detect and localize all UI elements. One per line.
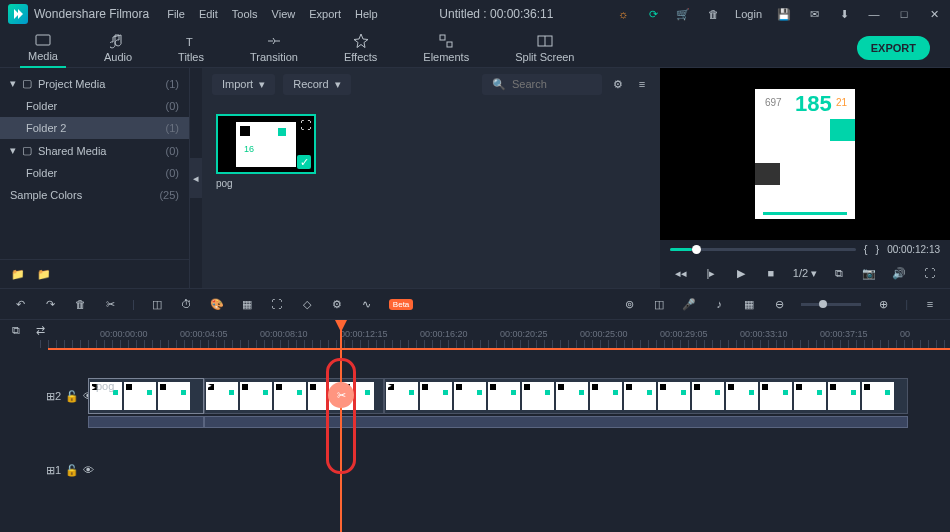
tree-shared-media[interactable]: ▾▢Shared Media(0) <box>0 139 189 162</box>
audio-wave-icon[interactable]: ∿ <box>359 296 375 312</box>
timeline-clip[interactable]: ▸pog <box>88 378 204 414</box>
lock-icon[interactable]: 🔓 <box>65 462 79 478</box>
timeline[interactable]: ⧉ ⇄ 00:00:00:00 00:00:04:05 00:00:08:10 … <box>0 320 950 532</box>
sun-icon[interactable]: ☼ <box>615 6 631 22</box>
search-box[interactable]: 🔍 <box>482 74 602 95</box>
titlebar: Wondershare Filmora File Edit Tools View… <box>0 0 950 28</box>
tab-transition[interactable]: Transition <box>242 29 306 67</box>
greenscreen-icon[interactable]: ▦ <box>239 296 255 312</box>
search-input[interactable] <box>512 78 582 90</box>
media-clip[interactable]: 16 ⛶ ✓ pog <box>216 114 316 189</box>
document-title: Untitled : 00:00:36:11 <box>384 7 609 21</box>
clip-thumbnail[interactable]: 16 ⛶ ✓ <box>216 114 316 174</box>
menu-file[interactable]: File <box>167 8 185 20</box>
mail-icon[interactable]: ✉ <box>806 6 822 22</box>
music-icon[interactable]: ♪ <box>711 296 727 312</box>
timeline-toolbar: ↶ ↷ 🗑 ✂ | ◫ ⏱ 🎨 ▦ ⛶ ◇ ⚙ ∿ Beta ⊚ ◫ 🎤 ♪ ▦… <box>0 288 950 320</box>
audio-track-inline[interactable] <box>40 416 950 430</box>
refresh-icon[interactable]: ⟳ <box>645 6 661 22</box>
color-icon[interactable]: 🎨 <box>209 296 225 312</box>
tree-shared-folder[interactable]: Folder(0) <box>0 162 189 184</box>
tab-media[interactable]: Media <box>20 28 66 68</box>
step-back-icon[interactable]: |▸ <box>703 265 719 281</box>
fit-icon[interactable]: ⛶ <box>269 296 285 312</box>
sidebar-collapse-handle[interactable]: ◂ <box>190 158 202 198</box>
menu-export[interactable]: Export <box>309 8 341 20</box>
lock-icon[interactable]: 🔓 <box>65 388 79 404</box>
record-dropdown[interactable]: Record▾ <box>283 74 350 95</box>
import-dropdown[interactable]: Import▾ <box>212 74 275 95</box>
cart-icon[interactable]: 🛒 <box>675 6 691 22</box>
svg-rect-3 <box>447 42 452 47</box>
timeline-ruler[interactable]: ⧉ ⇄ 00:00:00:00 00:00:04:05 00:00:08:10 … <box>0 320 950 348</box>
marker-icon[interactable]: ◫ <box>651 296 667 312</box>
video-track-2[interactable]: ⊞2🔓👁 ▸pog ▸ ▸ <box>40 378 950 414</box>
timeline-clip[interactable]: ▸ <box>204 378 384 414</box>
timeline-clip[interactable]: ▸ <box>384 378 908 414</box>
track-settings-icon[interactable]: ≡ <box>922 296 938 312</box>
zoom-slider[interactable] <box>801 303 861 306</box>
speed-icon[interactable]: ⏱ <box>179 296 195 312</box>
menu-help[interactable]: Help <box>355 8 378 20</box>
delete-icon[interactable]: 🗑 <box>72 296 88 312</box>
adjust-icon[interactable]: ⚙ <box>329 296 345 312</box>
voiceover-icon[interactable]: 🎤 <box>681 296 697 312</box>
save-icon[interactable]: 💾 <box>776 6 792 22</box>
magnet-icon[interactable]: ⧉ <box>8 322 24 338</box>
play-icon[interactable]: ▶ <box>733 265 749 281</box>
new-folder-icon[interactable]: 📁 <box>10 266 26 282</box>
stop-icon[interactable]: ■ <box>763 265 779 281</box>
display-icon[interactable]: ⧉ <box>831 265 847 281</box>
zoom-in-icon[interactable]: ⊕ <box>875 296 891 312</box>
scissors-button[interactable]: ✂ <box>328 382 354 408</box>
view-mode-icon[interactable]: ≡ <box>634 76 650 92</box>
video-track-1[interactable]: ⊞1🔓👁 <box>40 460 950 480</box>
maximize-icon[interactable]: □ <box>896 6 912 22</box>
clip-name: pog <box>216 178 316 189</box>
tab-titles[interactable]: TTitles <box>170 29 212 67</box>
brace-right: } <box>875 243 879 255</box>
fullscreen-icon[interactable]: ⛶ <box>921 265 937 281</box>
eye-icon[interactable]: 👁 <box>83 462 94 478</box>
track-spacer <box>40 350 950 376</box>
undo-icon[interactable]: ↶ <box>12 296 28 312</box>
render-icon[interactable]: ▦ <box>741 296 757 312</box>
redo-icon[interactable]: ↷ <box>42 296 58 312</box>
mixer-icon[interactable]: ⊚ <box>621 296 637 312</box>
crop-icon[interactable]: ◫ <box>149 296 165 312</box>
tree-project-media[interactable]: ▾▢Project Media(1) <box>0 72 189 95</box>
playback-speed[interactable]: 1/2 ▾ <box>793 267 817 280</box>
tab-audio[interactable]: Audio <box>96 29 140 67</box>
menu-edit[interactable]: Edit <box>199 8 218 20</box>
filter-icon[interactable]: ⚙ <box>610 76 626 92</box>
trash-icon[interactable]: 🗑 <box>705 6 721 22</box>
keyframe-icon[interactable]: ◇ <box>299 296 315 312</box>
prev-frame-icon[interactable]: ◂◂ <box>673 265 689 281</box>
beta-badge: Beta <box>389 299 413 310</box>
preview-scrubber[interactable]: { } 00:00:12:13 <box>660 240 950 258</box>
zoom-out-icon[interactable]: ⊖ <box>771 296 787 312</box>
cut-icon[interactable]: ✂ <box>102 296 118 312</box>
media-sidebar: ▾▢Project Media(1) Folder(0) Folder 2(1)… <box>0 68 190 288</box>
tree-folder[interactable]: Folder(0) <box>0 95 189 117</box>
export-button[interactable]: EXPORT <box>857 36 930 60</box>
app-logo <box>8 4 28 24</box>
playhead[interactable] <box>340 320 342 532</box>
link-icon[interactable]: ⇄ <box>32 322 48 338</box>
menu-view[interactable]: View <box>272 8 296 20</box>
new-folder-plus-icon[interactable]: 📁 <box>36 266 52 282</box>
menu-tools[interactable]: Tools <box>232 8 258 20</box>
preview-canvas[interactable]: 697 185 21 <box>660 68 950 240</box>
close-icon[interactable]: ✕ <box>926 6 942 22</box>
volume-icon[interactable]: 🔊 <box>891 265 907 281</box>
download-icon[interactable]: ⬇ <box>836 6 852 22</box>
tab-elements[interactable]: Elements <box>415 29 477 67</box>
login-button[interactable]: Login <box>735 8 762 20</box>
module-tabs: Media Audio TTitles Transition Effects E… <box>0 28 950 68</box>
tab-split-screen[interactable]: Split Screen <box>507 29 582 67</box>
minimize-icon[interactable]: — <box>866 6 882 22</box>
tree-folder-2[interactable]: Folder 2(1) <box>0 117 189 139</box>
tab-effects[interactable]: Effects <box>336 29 385 67</box>
tree-sample-colors[interactable]: Sample Colors(25) <box>0 184 189 206</box>
snapshot-icon[interactable]: 📷 <box>861 265 877 281</box>
